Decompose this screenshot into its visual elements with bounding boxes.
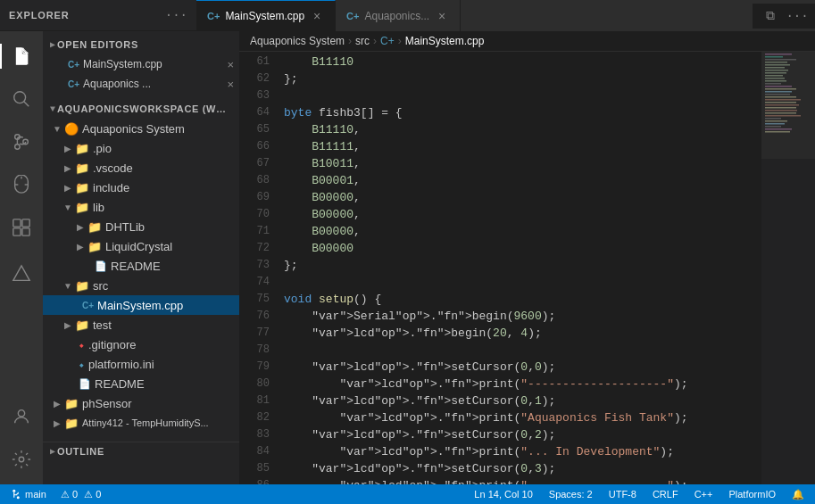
code-editor[interactable]: B11110}; byte fishb3[] = { B11110, B1111… — [277, 52, 761, 484]
tab-aquaponics[interactable]: C+ Aquaponics... × — [336, 0, 461, 31]
open-file-mainsystem[interactable]: C+ MainSystem.cpp × — [43, 54, 239, 74]
code-line-68: B00001, — [277, 172, 761, 189]
tree-pio[interactable]: ▶ 📁 .pio — [43, 138, 239, 158]
line-number-65: 65 — [239, 121, 270, 138]
tab-label-active: MainSystem.cpp — [225, 10, 304, 22]
tree-gitignore[interactable]: ⬥ .gitignore — [43, 335, 239, 354]
status-spaces[interactable]: Spaces: 2 — [545, 489, 596, 500]
line-number-73: 73 — [239, 257, 270, 274]
status-language[interactable]: C++ — [691, 489, 717, 500]
activity-explorer[interactable] — [0, 35, 43, 78]
svg-rect-11 — [22, 219, 29, 227]
tree-attiny412[interactable]: ▶ 📁 Attiny412 - TempHumidityS... — [43, 413, 239, 433]
code-line-66: B11111, — [277, 138, 761, 155]
line-number-66: 66 — [239, 138, 270, 155]
tree-label-lib: lib — [93, 201, 104, 214]
line-number-79: 79 — [239, 359, 270, 376]
tree-aquaponics-system[interactable]: ▼ 🟠 Aquaponics System — [43, 119, 239, 138]
more-actions-button[interactable]: ··· — [785, 4, 810, 29]
line-number-77: 77 — [239, 325, 270, 342]
line-number-75: 75 — [239, 291, 270, 308]
status-branch[interactable]: main — [7, 489, 50, 500]
status-position[interactable]: Ln 14, Col 10 — [470, 489, 536, 500]
code-line-67: B10011, — [277, 155, 761, 172]
code-line-74 — [277, 274, 761, 291]
tree-label-pio: .pio — [93, 142, 112, 155]
line-number-86: 86 — [239, 477, 270, 484]
tree-label-gitignore: .gitignore — [88, 338, 136, 351]
line-number-67: 67 — [239, 155, 270, 172]
minimap — [761, 52, 815, 484]
code-line-71: B00000, — [277, 223, 761, 240]
breadcrumb-workspace[interactable]: Aquaponics System — [250, 35, 345, 47]
tree-readme[interactable]: 📄 README — [43, 374, 239, 393]
line-number-76: 76 — [239, 308, 270, 325]
tab-close-active[interactable]: × — [310, 9, 324, 23]
status-notifications[interactable]: 🔔 — [788, 489, 808, 500]
code-line-79: "var">lcd"op">."fn">setCursor(0,0); — [277, 359, 761, 376]
sidebar-dots[interactable]: ··· — [165, 8, 187, 22]
line-number-63: 63 — [239, 87, 270, 104]
tree-include[interactable]: ▶ 📁 include — [43, 178, 239, 197]
tree-platformio-ini[interactable]: ⬥ platformio.ini — [43, 354, 239, 374]
activity-platformio[interactable] — [0, 252, 43, 295]
outline-section[interactable]: ▶ OUTLINE — [43, 442, 239, 460]
status-errors-warnings[interactable]: ⚠ 0 ⚠ 0 — [57, 489, 104, 500]
tree-vscode[interactable]: ▶ 📁 .vscode — [43, 158, 239, 178]
activity-search[interactable] — [0, 78, 43, 120]
workspace-label[interactable]: AQUAPONICSWORKSPACE (WORKSPA...) — [57, 103, 232, 114]
tab-close-inactive[interactable]: × — [435, 9, 449, 23]
activity-settings[interactable] — [0, 442, 43, 484]
line-number-72: 72 — [239, 240, 270, 257]
status-platform[interactable]: PlatformIO — [725, 489, 779, 500]
activity-accounts[interactable] — [0, 399, 43, 442]
breadcrumb-lang: C+ — [380, 35, 395, 47]
code-line-86: "var">lcd"op">."fn">print("-------------… — [277, 477, 761, 484]
breadcrumb-src[interactable]: src — [355, 35, 370, 47]
code-line-81: "var">lcd"op">."fn">setCursor(0,1); — [277, 392, 761, 409]
tree-lib[interactable]: ▼ 📁 lib — [43, 197, 239, 217]
activity-extensions[interactable] — [0, 206, 43, 249]
split-editor-button[interactable]: ⧉ — [758, 4, 783, 29]
tree-label-include: include — [93, 181, 129, 194]
tree-readme-lib[interactable]: 📄 README — [43, 256, 239, 276]
tree-mainsystem-cpp[interactable]: C+ MainSystem.cpp — [43, 295, 239, 315]
code-line-61: B11110 — [277, 54, 761, 70]
tree-test[interactable]: ▶ 📁 test — [43, 315, 239, 335]
status-encoding[interactable]: UTF-8 — [605, 489, 640, 500]
svg-rect-12 — [22, 228, 29, 235]
code-line-84: "var">lcd"op">."fn">print("... In Develo… — [277, 443, 761, 460]
tree-liquidcrystal[interactable]: ▶ 📁 LiquidCrystal — [43, 236, 239, 256]
line-number-84: 84 — [239, 443, 270, 460]
status-line-ending[interactable]: CRLF — [649, 489, 682, 500]
activity-source-control[interactable] — [0, 120, 43, 163]
open-file-aquaponics[interactable]: C+ Aquaponics ... × — [43, 74, 239, 94]
svg-point-15 — [18, 410, 24, 417]
code-line-65: B11110, — [277, 121, 761, 138]
code-line-75: void setup() { — [277, 291, 761, 308]
open-file-close-1[interactable]: × — [227, 58, 239, 71]
tree-label-readme: README — [95, 377, 145, 391]
activity-debug[interactable] — [0, 163, 43, 206]
tree-label-mainsystem: MainSystem.cpp — [97, 299, 183, 312]
tree-label-readme-lib: README — [111, 260, 161, 273]
tree-label-dhtlib: DHTLib — [105, 220, 145, 234]
svg-line-3 — [24, 102, 29, 107]
tree-phsensor[interactable]: ▶ 📁 phSensor — [43, 393, 239, 413]
open-file-close-2[interactable]: × — [227, 78, 239, 91]
line-number-81: 81 — [239, 392, 270, 409]
code-line-62: }; — [277, 70, 761, 87]
svg-point-2 — [14, 92, 26, 103]
error-icon: ⚠ — [61, 489, 70, 500]
tab-mainsystem-cpp[interactable]: C+ MainSystem.cpp × — [196, 0, 336, 31]
code-line-80: "var">lcd"op">."fn">print("-------------… — [277, 376, 761, 392]
code-line-76: "var">Serial"op">."fn">begin(9600); — [277, 308, 761, 325]
line-number-69: 69 — [239, 189, 270, 206]
tree-dhtlib[interactable]: ▶ 📁 DHTLib — [43, 217, 239, 236]
code-line-82: "var">lcd"op">."fn">print("Aquaponics Fi… — [277, 409, 761, 426]
code-line-64: byte fishb3[] = { — [277, 104, 761, 121]
line-number-61: 61 — [239, 54, 270, 70]
tree-label-attiny412: Attiny412 - TempHumidityS... — [82, 417, 209, 428]
tree-src[interactable]: ▼ 📁 src — [43, 276, 239, 295]
open-editors-label[interactable]: OPEN EDITORS — [57, 39, 138, 50]
